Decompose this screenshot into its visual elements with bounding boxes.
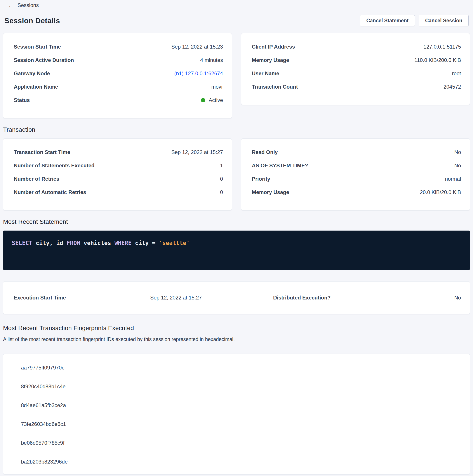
summary-label: Memory Usage [252, 58, 289, 63]
summary-value: 4 minutes [200, 58, 223, 63]
status-text: Active [209, 98, 223, 103]
summary-label: Number of Statements Executed [14, 163, 94, 168]
summary-row: Client IP Address127.0.0.1:51175 [252, 44, 461, 50]
summary-label: User Name [252, 71, 279, 76]
sql-token-keyword: SELECT [12, 240, 32, 246]
summary-row: Transaction Count204572 [252, 84, 461, 89]
summary-label: Priority [252, 176, 270, 182]
summary-value: 0 [220, 176, 223, 182]
summary-row: Session Active Duration4 minutes [14, 58, 223, 63]
summary-row: Memory Usage110.0 KiB/200.0 KiB [252, 58, 461, 63]
page-header: Session Details Cancel Statement Cancel … [3, 15, 470, 26]
summary-value: 110.0 KiB/200.0 KiB [414, 58, 461, 63]
transaction-fingerprint-id: be06e9570f785c9f [3, 434, 470, 452]
execution-start-time-value: Sep 12, 2022 at 15:27 [150, 295, 273, 300]
summary-value: 127.0.0.1:51175 [423, 44, 461, 50]
summary-value: normal [445, 176, 461, 182]
sql-token-string: 'seattle' [159, 240, 190, 246]
summary-value: Sep 12, 2022 at 15:23 [171, 44, 223, 50]
session-summary-card-left: Session Start TimeSep 12, 2022 at 15:23S… [3, 33, 232, 118]
summary-value: 20.0 KiB/20.0 KiB [420, 190, 461, 195]
transaction-fingerprint-id: 8d4ae61a5fb3ce2a [3, 396, 470, 415]
summary-label: Session Active Duration [14, 58, 74, 63]
summary-row: Session Start TimeSep 12, 2022 at 15:23 [14, 44, 223, 50]
summary-row: Number of Statements Executed1 [14, 163, 223, 168]
cancel-session-button[interactable]: Cancel Session [419, 15, 469, 26]
statement-section-heading: Most Recent Statement [3, 218, 470, 225]
summary-label: Client IP Address [252, 44, 295, 50]
summary-row: User Nameroot [252, 71, 461, 76]
summary-row: Application Namemovr [14, 84, 223, 89]
summary-value: Sep 12, 2022 at 15:27 [171, 150, 223, 155]
summary-value: 1 [220, 163, 223, 168]
summary-label: Transaction Count [252, 84, 298, 89]
sql-statement-box: SELECT city, id FROM vehicles WHERE city… [3, 231, 470, 270]
session-details-page: ← Sessions Session Details Cancel Statem… [0, 0, 473, 475]
breadcrumb-back-sessions[interactable]: ← Sessions [8, 2, 39, 8]
breadcrumb-label: Sessions [17, 2, 39, 8]
fingerprints-card: aa79775ff097970c8f920c40d88b1c4e8d4ae61a… [3, 354, 470, 475]
summary-value: root [452, 71, 461, 76]
transaction-summary-row: Transaction Start TimeSep 12, 2022 at 15… [3, 138, 470, 210]
sql-token-keyword: WHERE [114, 240, 131, 246]
summary-row: Transaction Start TimeSep 12, 2022 at 15… [14, 150, 223, 155]
summary-label: Number of Automatic Retries [14, 190, 86, 195]
fingerprints-description: A list of the most recent transaction fi… [3, 337, 470, 342]
session-summary-row: Session Start TimeSep 12, 2022 at 15:23S… [3, 33, 470, 118]
summary-label: AS OF SYSTEM TIME? [252, 163, 308, 168]
back-arrow-icon: ← [8, 2, 14, 8]
transaction-fingerprint-id: 8f920c40d88b1c4e [3, 377, 470, 396]
transaction-section-heading: Transaction [3, 126, 470, 133]
summary-label: Number of Retries [14, 176, 59, 182]
sql-token-plain: city = [131, 240, 159, 246]
summary-row: Memory Usage20.0 KiB/20.0 KiB [252, 190, 461, 195]
summary-row: Gateway Node(n1) 127.0.0.1:62674 [14, 71, 223, 76]
summary-value: 204572 [443, 84, 461, 89]
sql-token-keyword: FROM [66, 240, 80, 246]
status-active-dot-icon [201, 98, 205, 102]
distributed-execution-value: No [394, 295, 461, 300]
distributed-execution-label: Distributed Execution? [273, 295, 394, 300]
transaction-card-left: Transaction Start TimeSep 12, 2022 at 15… [3, 138, 232, 210]
summary-row: Number of Automatic Retries0 [14, 190, 223, 195]
transaction-fingerprint-id: 73fe26034bd6e6c1 [3, 415, 470, 434]
summary-label: Transaction Start Time [14, 150, 70, 155]
summary-label: Memory Usage [252, 190, 289, 195]
execution-row: Execution Start Time Sep 12, 2022 at 15:… [14, 295, 461, 300]
sql-token-plain: vehicles [80, 240, 114, 246]
summary-value: No [454, 150, 461, 155]
transaction-fingerprint-id: aa79775ff097970c [3, 358, 470, 377]
summary-label: Application Name [14, 84, 58, 89]
sql-statement-text: SELECT city, id FROM vehicles WHERE city… [12, 240, 190, 246]
summary-row: Read OnlyNo [252, 150, 461, 155]
sql-token-plain: city, id [32, 240, 67, 246]
session-summary-card-right: Client IP Address127.0.0.1:51175Memory U… [241, 33, 470, 105]
summary-value: movr [211, 84, 223, 89]
transaction-fingerprint-id: ba2b203b823296de [3, 452, 470, 471]
gateway-node-link[interactable]: (n1) 127.0.0.1:62674 [174, 71, 223, 76]
summary-value: No [454, 163, 461, 168]
summary-value: 0 [220, 190, 223, 195]
summary-label: Session Start Time [14, 44, 61, 50]
cancel-statement-button[interactable]: Cancel Statement [360, 15, 415, 26]
header-actions: Cancel Statement Cancel Session [360, 15, 469, 26]
transaction-card-right: Read OnlyNoAS OF SYSTEM TIME?NoPriorityn… [241, 138, 470, 210]
session-status: Active [201, 98, 223, 103]
summary-row: Number of Retries0 [14, 176, 223, 182]
execution-start-time-label: Execution Start Time [14, 295, 150, 300]
execution-card: Execution Start Time Sep 12, 2022 at 15:… [3, 281, 470, 314]
summary-label: Gateway Node [14, 71, 50, 76]
summary-row: StatusActive [14, 98, 223, 103]
fingerprints-section-heading: Most Recent Transaction Fingerprints Exe… [3, 325, 470, 332]
summary-label: Status [14, 98, 30, 103]
page-title: Session Details [4, 17, 60, 25]
summary-row: Prioritynormal [252, 176, 461, 182]
summary-label: Read Only [252, 150, 278, 155]
summary-row: AS OF SYSTEM TIME?No [252, 163, 461, 168]
